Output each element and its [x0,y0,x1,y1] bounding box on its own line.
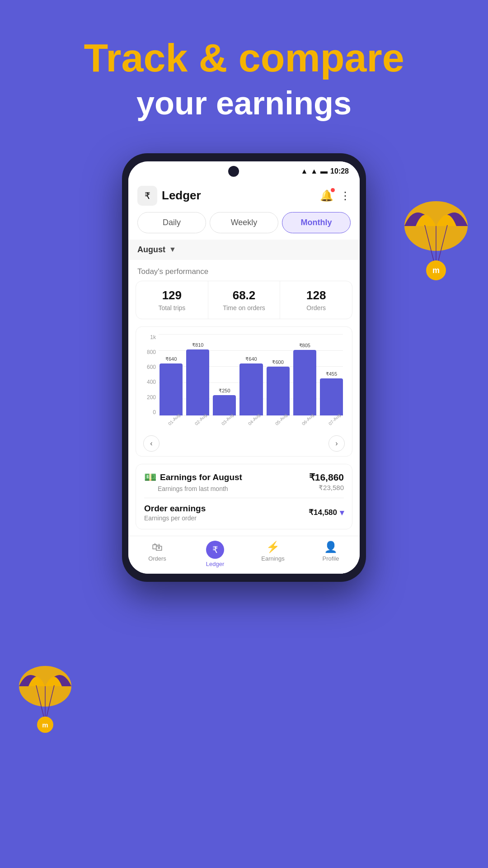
chart-bar-col: ₹250 [213,334,236,415]
order-earnings-amount: ₹14,580 [309,508,337,517]
profile-nav-label: Profile [323,555,339,562]
parachute-right-decoration: m [398,194,474,285]
header-left: ₹ Ledger [137,186,201,206]
app-content: ₹ Ledger 🔔 ⋮ [128,179,360,574]
bar-fill [293,350,316,415]
notification-button[interactable]: 🔔 [320,189,333,202]
bar-value-label: ₹810 [192,342,203,348]
more-icon: ⋮ [340,189,351,202]
stat-orders: 128 Orders [280,281,352,319]
hero-subtitle: your earnings [18,85,470,122]
order-amount-group: ₹14,580 ▾ [309,508,344,518]
status-bar: ▲ ▲ ▬ 10:28 [128,161,360,179]
signal-icon: ▲ [310,167,318,175]
earnings-amount: ₹16,860 [309,472,344,483]
more-options-button[interactable]: ⋮ [340,189,351,202]
bar-value-label: ₹805 [299,343,310,349]
nav-ledger[interactable]: ₹ Ledger [197,541,233,567]
order-earnings-subtitle: Earnings per order [144,514,206,522]
tab-weekly[interactable]: Weekly [210,212,278,233]
time-on-orders-label: Time on orders [212,304,277,311]
tab-monthly[interactable]: Monthly [282,212,351,233]
performance-section-label: Today's performance [128,260,360,281]
chart-bar-col: ₹810 [186,334,209,415]
nav-earnings[interactable]: ⚡ Earnings [255,541,291,567]
battery-icon: ▬ [320,167,328,175]
chart-bar-col: ₹455 [320,334,343,415]
earnings-card: 💵 Earnings for August ₹16,860 Earnings f… [136,464,352,529]
orders-nav-label: Orders [148,555,166,562]
ledger-nav-label: Ledger [206,561,224,567]
total-trips-value: 129 [140,288,204,302]
bar-value-label: ₹640 [245,356,257,362]
ledger-nav-icon: ₹ [212,544,218,555]
hero-title: Track & compare [18,36,470,80]
order-earnings-row: Order earnings Earnings per order ₹14,58… [144,504,344,522]
earnings-main-row: 💵 Earnings for August ₹16,860 [144,472,344,483]
bar-value-label: ₹640 [165,356,177,362]
earnings-nav-icon: ⚡ [266,541,280,553]
order-earnings-info: Order earnings Earnings per order [144,504,206,522]
chart-area: 1k 800 600 400 200 0 [141,334,347,434]
earnings-prev-amount: ₹23,580 [319,484,344,492]
chart-next-button[interactable]: › [328,435,345,452]
month-label: August [137,245,165,255]
earnings-title: Earnings for August [160,472,242,482]
hero-section: Track & compare your earnings [0,0,488,140]
svg-text:m: m [432,266,440,275]
app-title: Ledger [162,189,201,203]
stat-total-trips: 129 Total trips [136,281,208,319]
chart-bars: ₹640₹810₹250₹640₹600₹805₹455 [160,334,343,415]
earnings-icon: 💵 [144,472,156,483]
order-earnings-chevron-icon[interactable]: ▾ [340,508,344,518]
order-earnings-title: Order earnings [144,504,206,514]
profile-nav-icon: 👤 [324,541,338,553]
tab-daily[interactable]: Daily [137,212,206,233]
period-tabs: Daily Weekly Monthly [128,212,360,240]
chart-navigation: ‹ › [141,434,347,452]
status-icons: ▲ ▲ ▬ 10:28 [300,167,349,175]
parachute-left-decoration: m [14,660,77,741]
svg-text:m: m [42,721,48,729]
chart-y-labels: 1k 800 600 400 200 0 [141,334,158,415]
earnings-subtitle: Earnings from last month [158,485,228,492]
bar-value-label: ₹455 [326,371,337,377]
nav-profile[interactable]: 👤 Profile [313,541,349,567]
nav-orders[interactable]: 🛍 Orders [139,541,175,567]
phone-screen: ▲ ▲ ▬ 10:28 ₹ Ledger [128,161,360,574]
stat-time-on-orders: 68.2 Time on orders [208,281,281,319]
wifi-icon: ▲ [300,167,308,175]
header-right: 🔔 ⋮ [320,189,351,202]
earnings-title-group: 💵 Earnings for August [144,472,242,483]
chart-prev-button[interactable]: ‹ [143,435,160,452]
chart-bar-col: ₹640 [160,334,183,415]
bottom-navigation: 🛍 Orders ₹ Ledger ⚡ Earnings [128,536,360,574]
ledger-nav-icon-bg: ₹ [206,541,224,559]
bar-fill [239,363,263,415]
app-header: ₹ Ledger 🔔 ⋮ [128,179,360,212]
orders-value: 128 [284,288,348,302]
orders-label: Orders [284,304,348,311]
time-display: 10:28 [330,167,349,175]
chart-bar-col: ₹805 [293,334,316,415]
month-chevron-icon: ▼ [169,245,176,254]
orders-nav-icon: 🛍 [152,541,163,553]
phone-frame: ▲ ▲ ▬ 10:28 ₹ Ledger [122,153,366,582]
notification-dot [331,188,335,192]
app-logo: ₹ [137,186,157,206]
bar-fill [186,349,209,415]
bar-value-label: ₹250 [219,388,230,394]
chart-x-labels: 01-Aug02-Aug03-Aug04-Aug05-Aug06-Aug07-A… [160,416,343,434]
bar-value-label: ₹600 [272,359,283,365]
chart-bar-col: ₹640 [239,334,263,415]
camera-notch [228,166,239,177]
earnings-chart-card: 1k 800 600 400 200 0 [136,326,352,457]
bar-fill [160,363,183,415]
month-selector[interactable]: August ▼ [128,240,360,260]
divider [144,498,344,498]
stats-row: 129 Total trips 68.2 Time on orders 128 … [136,281,352,319]
chart-bar-col: ₹600 [267,334,290,415]
earnings-nav-label: Earnings [261,555,284,562]
time-on-orders-value: 68.2 [212,288,277,302]
total-trips-label: Total trips [140,304,204,311]
